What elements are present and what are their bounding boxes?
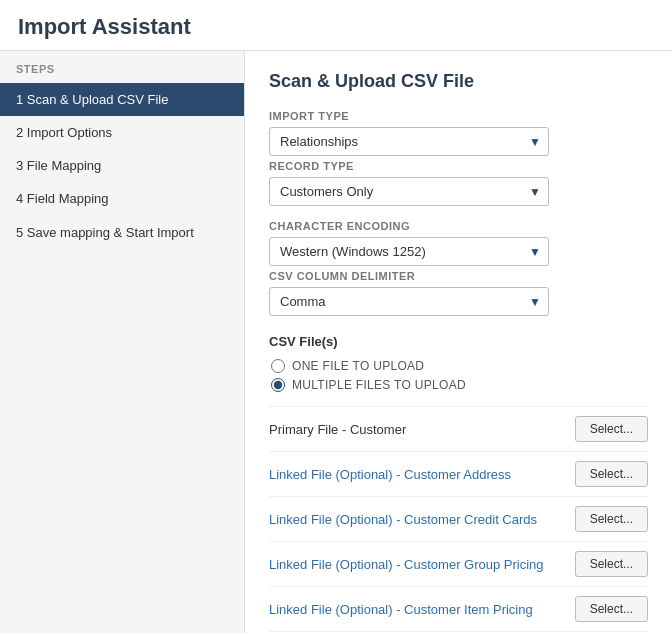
sidebar-item-step3-label: 3 File Mapping bbox=[16, 158, 101, 173]
character-encoding-select-wrapper: Western (Windows 1252) UTF-8 UTF-16 ▼ bbox=[269, 237, 549, 266]
import-type-select[interactable]: Relationships Customers Vendors Items Em… bbox=[269, 127, 549, 156]
import-type-label: IMPORT TYPE bbox=[269, 110, 648, 122]
file-row-address: Linked File (Optional) - Customer Addres… bbox=[269, 452, 648, 497]
file-row-primary: Primary File - Customer Select... bbox=[269, 406, 648, 452]
sidebar-item-step2-label: 2 Import Options bbox=[16, 125, 112, 140]
file-row-group-pricing: Linked File (Optional) - Customer Group … bbox=[269, 542, 648, 587]
record-type-select[interactable]: Customers Only All Records bbox=[269, 177, 549, 206]
sidebar-item-step4[interactable]: 4 Field Mapping bbox=[0, 182, 244, 215]
file-row-credit-cards-select-button[interactable]: Select... bbox=[575, 506, 648, 532]
sidebar-item-step5-label: 5 Save mapping & Start Import bbox=[16, 225, 194, 240]
file-row-address-select-button[interactable]: Select... bbox=[575, 461, 648, 487]
radio-multiple-files: MULTIPLE FILES TO UPLOAD bbox=[269, 378, 648, 392]
file-row-credit-cards: Linked File (Optional) - Customer Credit… bbox=[269, 497, 648, 542]
sidebar-item-step2[interactable]: 2 Import Options bbox=[0, 116, 244, 149]
sidebar-item-step1[interactable]: 1 Scan & Upload CSV File bbox=[0, 83, 244, 116]
csv-delimiter-select-wrapper: Comma Tab Semicolon Pipe ▼ bbox=[269, 287, 549, 316]
character-encoding-label: CHARACTER ENCODING bbox=[269, 220, 648, 232]
page-title: Scan & Upload CSV File bbox=[269, 71, 648, 92]
file-row-primary-label: Primary File - Customer bbox=[269, 422, 406, 437]
file-row-group-pricing-label: Linked File (Optional) - Customer Group … bbox=[269, 557, 544, 572]
file-row-item-pricing: Linked File (Optional) - Customer Item P… bbox=[269, 587, 648, 632]
radio-multiple-files-input[interactable] bbox=[271, 378, 285, 392]
record-type-group: RECORD TYPE Customers Only All Records ▼ bbox=[269, 160, 648, 206]
record-type-select-wrapper: Customers Only All Records ▼ bbox=[269, 177, 549, 206]
import-type-select-wrapper: Relationships Customers Vendors Items Em… bbox=[269, 127, 549, 156]
radio-multiple-files-label[interactable]: MULTIPLE FILES TO UPLOAD bbox=[292, 378, 466, 392]
file-row-address-label: Linked File (Optional) - Customer Addres… bbox=[269, 467, 511, 482]
import-type-group: IMPORT TYPE Relationships Customers Vend… bbox=[269, 110, 648, 156]
spacer1 bbox=[269, 210, 648, 220]
record-type-label: RECORD TYPE bbox=[269, 160, 648, 172]
csv-delimiter-group: CSV COLUMN DELIMITER Comma Tab Semicolon… bbox=[269, 270, 648, 316]
radio-one-file-input[interactable] bbox=[271, 359, 285, 373]
csv-delimiter-select[interactable]: Comma Tab Semicolon Pipe bbox=[269, 287, 549, 316]
radio-one-file-label[interactable]: ONE FILE TO UPLOAD bbox=[292, 359, 424, 373]
main-content: Scan & Upload CSV File IMPORT TYPE Relat… bbox=[245, 51, 672, 633]
steps-label: STEPS bbox=[0, 63, 244, 83]
sidebar-item-step1-label: 1 Scan & Upload CSV File bbox=[16, 92, 168, 107]
character-encoding-select[interactable]: Western (Windows 1252) UTF-8 UTF-16 bbox=[269, 237, 549, 266]
app-title: Import Assistant bbox=[18, 14, 654, 40]
csv-files-section-label: CSV File(s) bbox=[269, 334, 648, 349]
sidebar-item-step5[interactable]: 5 Save mapping & Start Import bbox=[0, 215, 244, 251]
sidebar-item-step4-label: 4 Field Mapping bbox=[16, 191, 109, 206]
csv-delimiter-label: CSV COLUMN DELIMITER bbox=[269, 270, 648, 282]
radio-one-file: ONE FILE TO UPLOAD bbox=[269, 359, 648, 373]
app-header: Import Assistant bbox=[0, 0, 672, 51]
file-row-primary-select-button[interactable]: Select... bbox=[575, 416, 648, 442]
file-row-item-pricing-select-button[interactable]: Select... bbox=[575, 596, 648, 622]
file-row-group-pricing-select-button[interactable]: Select... bbox=[575, 551, 648, 577]
character-encoding-group: CHARACTER ENCODING Western (Windows 1252… bbox=[269, 220, 648, 266]
file-row-item-pricing-label: Linked File (Optional) - Customer Item P… bbox=[269, 602, 533, 617]
file-row-credit-cards-label: Linked File (Optional) - Customer Credit… bbox=[269, 512, 537, 527]
file-rows-container: Primary File - Customer Select... Linked… bbox=[269, 406, 648, 632]
sidebar-item-step3[interactable]: 3 File Mapping bbox=[0, 149, 244, 182]
sidebar: STEPS 1 Scan & Upload CSV File 2 Import … bbox=[0, 51, 245, 633]
main-layout: STEPS 1 Scan & Upload CSV File 2 Import … bbox=[0, 51, 672, 633]
